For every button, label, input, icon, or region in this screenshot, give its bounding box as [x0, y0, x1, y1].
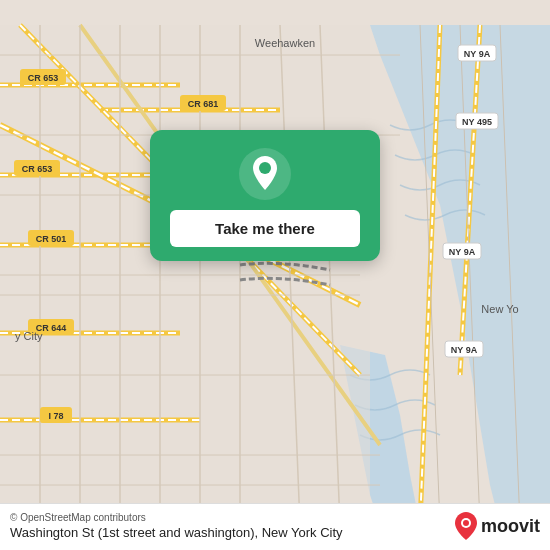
svg-text:Weehawken: Weehawken: [255, 37, 315, 49]
svg-text:I 78: I 78: [48, 411, 63, 421]
svg-text:CR 653: CR 653: [22, 164, 53, 174]
svg-text:CR 681: CR 681: [188, 99, 219, 109]
map-container: CR 653 CR 681 NY 9A NY 495 CR 653 CR 501…: [0, 0, 550, 550]
destination-card: Take me there: [150, 130, 380, 261]
svg-text:NY 9A: NY 9A: [464, 49, 491, 59]
moovit-brand-text: moovit: [481, 516, 540, 537]
take-me-there-button[interactable]: Take me there: [170, 210, 360, 247]
location-pin-icon: [239, 148, 291, 200]
svg-point-65: [259, 162, 271, 174]
moovit-pin-icon: [455, 512, 477, 540]
svg-point-67: [463, 520, 469, 526]
svg-text:CR 501: CR 501: [36, 234, 67, 244]
bottom-bar: © OpenStreetMap contributors Washington …: [0, 503, 550, 550]
svg-text:NY 9A: NY 9A: [449, 247, 476, 257]
location-label: Washington St (1st street and washington…: [10, 525, 343, 540]
svg-text:y City: y City: [15, 330, 43, 342]
bottom-left-info: © OpenStreetMap contributors Washington …: [10, 512, 343, 540]
moovit-logo: moovit: [455, 512, 540, 540]
svg-text:New Yo: New Yo: [481, 303, 518, 315]
map-svg: CR 653 CR 681 NY 9A NY 495 CR 653 CR 501…: [0, 0, 550, 550]
svg-text:NY 495: NY 495: [462, 117, 492, 127]
osm-credit: © OpenStreetMap contributors: [10, 512, 343, 523]
svg-text:NY 9A: NY 9A: [451, 345, 478, 355]
svg-text:CR 653: CR 653: [28, 73, 59, 83]
